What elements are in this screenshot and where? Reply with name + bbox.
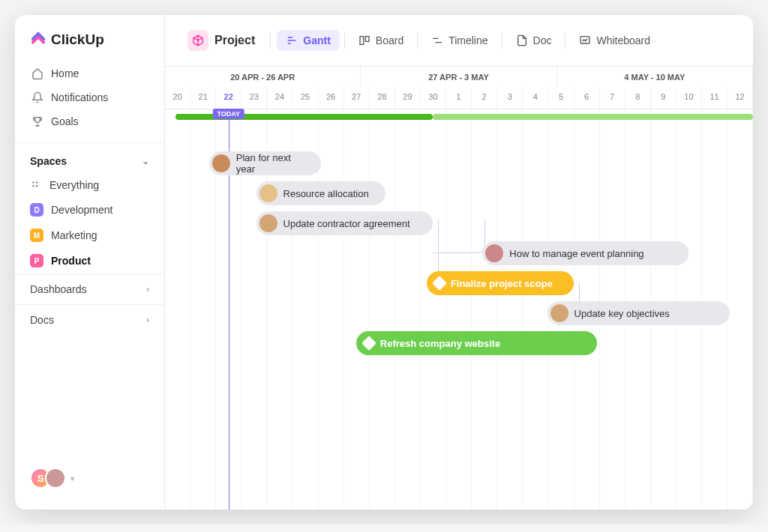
- gantt-task[interactable]: Resource allocation: [256, 181, 386, 205]
- assignee-avatar: [260, 184, 278, 202]
- svg-rect-8: [365, 37, 369, 42]
- separator: [502, 33, 502, 48]
- space-item-marketing[interactable]: MMarketing: [15, 223, 164, 248]
- avatar-stack: S: [30, 468, 66, 489]
- menu-label: Docs: [30, 314, 54, 326]
- week-cell: 20 APR - 26 APR: [165, 67, 361, 88]
- gantt-task[interactable]: Finalize project scope: [427, 271, 574, 295]
- logo: ClickUp: [15, 27, 164, 61]
- nav-home[interactable]: Home: [21, 61, 158, 85]
- sidebar: ClickUp Home Notifications Goals Spaces …: [15, 15, 165, 510]
- toolbar: Project GanttBoardTimelineDocWhiteboard: [165, 15, 753, 67]
- day-cell[interactable]: 23: [242, 88, 267, 109]
- day-cell[interactable]: 6: [574, 88, 600, 109]
- svg-point-2: [32, 185, 34, 187]
- gantt-icon: [286, 34, 298, 46]
- week-cell: 4 MAY - 10 MAY: [557, 67, 753, 88]
- view-tab-timeline[interactable]: Timeline: [422, 30, 496, 51]
- separator: [344, 33, 345, 48]
- project-chip[interactable]: Project: [178, 25, 264, 55]
- view-label: Doc: [533, 34, 552, 46]
- day-cell[interactable]: 3: [497, 88, 523, 109]
- view-tab-board[interactable]: Board: [350, 30, 412, 51]
- view-tab-whiteboard[interactable]: Whiteboard: [570, 30, 659, 51]
- space-label: Everything: [50, 179, 99, 191]
- day-cell[interactable]: 27: [344, 88, 370, 109]
- day-cell[interactable]: 25: [292, 88, 318, 109]
- menu-docs[interactable]: Docs ›: [15, 304, 164, 335]
- assignee-avatar: [260, 214, 278, 232]
- assignee-avatar: [550, 304, 568, 322]
- task-label: Resource allocation: [284, 188, 369, 199]
- day-cell[interactable]: 8: [626, 88, 651, 109]
- day-cell[interactable]: 10: [676, 88, 702, 109]
- day-cell[interactable]: 9: [651, 88, 676, 109]
- timeline-icon: [431, 34, 443, 46]
- day-cell[interactable]: 7: [600, 88, 626, 109]
- gantt-task[interactable]: Refresh company website: [356, 331, 597, 355]
- separator: [270, 33, 271, 48]
- app-window: ClickUp Home Notifications Goals Spaces …: [15, 15, 753, 510]
- day-cell[interactable]: 12: [728, 88, 753, 109]
- day-cell[interactable]: 24: [267, 88, 292, 109]
- bell-icon: [32, 91, 44, 103]
- day-cell[interactable]: 20: [165, 88, 190, 109]
- day-cell[interactable]: 1: [446, 88, 472, 109]
- day-cell[interactable]: 28: [370, 88, 395, 109]
- view-label: Gantt: [303, 34, 331, 46]
- svg-point-0: [32, 181, 34, 183]
- space-item-product[interactable]: PProduct: [15, 248, 164, 273]
- view-tab-gantt[interactable]: Gantt: [277, 30, 340, 51]
- chevron-down-icon: ⌄: [142, 156, 149, 166]
- doc-icon: [516, 34, 528, 46]
- day-cell[interactable]: 26: [319, 88, 344, 109]
- gantt-task[interactable]: Update contractor agreement: [256, 211, 433, 235]
- view-tab-doc[interactable]: Doc: [507, 30, 561, 51]
- task-label: Finalize project scope: [451, 278, 553, 289]
- day-cell[interactable]: 30: [421, 88, 446, 109]
- separator: [417, 33, 418, 48]
- gantt-task[interactable]: How to manage event planning: [482, 241, 688, 265]
- day-cell[interactable]: 2: [472, 88, 497, 109]
- menu-label: Dashboards: [30, 283, 87, 295]
- nav-label: Home: [51, 67, 79, 79]
- day-cell[interactable]: 21: [190, 88, 216, 109]
- grid-icon: [30, 179, 42, 191]
- space-label: Marketing: [51, 229, 97, 241]
- gantt-task[interactable]: Update key objectives: [548, 301, 730, 325]
- task-label: Plan for next year: [236, 152, 310, 175]
- whiteboard-icon: [579, 34, 591, 46]
- milestone-diamond-icon: [432, 276, 447, 291]
- day-cell[interactable]: 4: [523, 88, 548, 109]
- view-label: Board: [376, 34, 404, 46]
- week-row: 20 APR - 26 APR27 APR - 3 MAY4 MAY - 10 …: [165, 67, 753, 88]
- day-cell[interactable]: 22TODAY: [216, 88, 242, 109]
- nav-label: Goals: [51, 115, 79, 127]
- gantt-area[interactable]: Plan for next yearResource allocationUpd…: [165, 109, 753, 510]
- separator: [565, 33, 566, 48]
- space-label: Product: [51, 255, 91, 267]
- nav-section: Home Notifications Goals: [15, 61, 164, 133]
- day-cell[interactable]: 11: [702, 88, 728, 109]
- task-label: How to manage event planning: [509, 248, 644, 259]
- today-badge: TODAY: [212, 109, 244, 119]
- space-everything[interactable]: Everything: [15, 173, 164, 197]
- svg-point-1: [36, 181, 38, 183]
- space-item-development[interactable]: DDevelopment: [15, 197, 164, 223]
- week-cell: 27 APR - 3 MAY: [361, 67, 556, 88]
- user-avatar-photo: [45, 468, 66, 489]
- day-cell[interactable]: 29: [395, 88, 421, 109]
- user-corner[interactable]: S ▾: [15, 459, 164, 498]
- nav-notifications[interactable]: Notifications: [21, 85, 158, 109]
- logo-text: ClickUp: [51, 31, 104, 48]
- menu-dashboards[interactable]: Dashboards ›: [15, 273, 164, 304]
- svg-rect-7: [360, 37, 364, 45]
- nav-goals[interactable]: Goals: [21, 109, 158, 133]
- trophy-icon: [32, 115, 44, 127]
- task-connector: [433, 220, 486, 253]
- day-cell[interactable]: 5: [548, 88, 574, 109]
- spaces-header[interactable]: Spaces ⌄: [15, 142, 164, 173]
- nav-label: Notifications: [51, 91, 108, 103]
- view-label: Whiteboard: [596, 34, 650, 46]
- gantt-task[interactable]: Plan for next year: [209, 151, 321, 175]
